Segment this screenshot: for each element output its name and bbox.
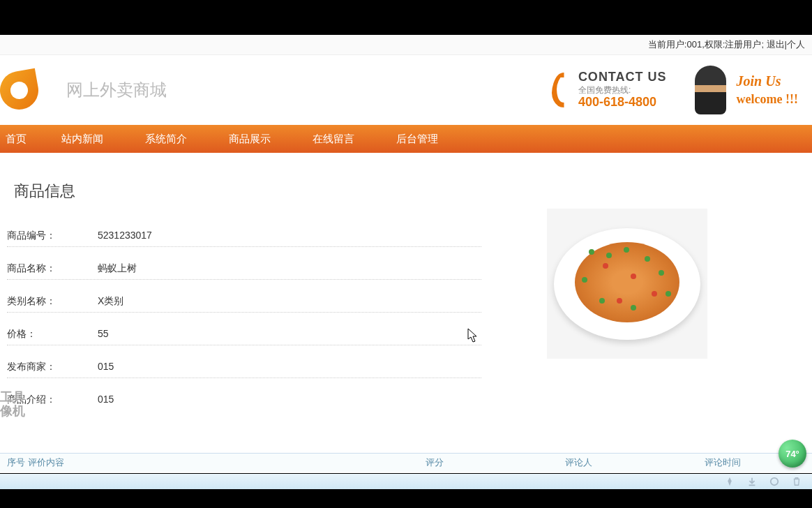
welcome-label: welcome !!! [737,91,798,108]
bottom-taskbar [0,474,812,489]
logout-link[interactable]: ; 退出 [761,39,784,50]
id-label: 商品编号： [7,230,98,242]
join-us-label: Join Us [737,71,798,91]
role-label: ,权限: [702,39,725,50]
rocket-icon[interactable] [725,477,735,486]
row-category: 类别名称： X类别 [7,295,481,313]
row-seller: 发布商家： 015 [7,361,481,378]
row-desc: 商品介绍： 015 [7,394,481,410]
trash-icon[interactable] [792,477,802,486]
contact-phone: 400-618-4800 [578,95,667,110]
row-name: 商品名称： 蚂蚁上树 [7,262,481,280]
nav-products[interactable]: 商品展示 [208,125,292,153]
section-title: 商品信息 [7,181,805,202]
site-title: 网上外卖商城 [66,79,167,101]
watermark: 工具 像机 [0,391,25,419]
personal-link[interactable]: |个人 [785,39,805,50]
category-value: X类别 [98,295,123,308]
col-content: 序号 评价内容 [7,456,426,469]
nav-guestbook[interactable]: 在线留言 [292,125,375,153]
desc-value: 015 [98,394,114,406]
nav-home[interactable]: 首页 [0,125,40,153]
avatar [695,66,726,114]
phone-icon [541,69,573,111]
contact-us-label: CONTACT US [578,70,667,85]
status-badge[interactable]: 74° [779,440,806,468]
price-value: 55 [98,328,109,341]
tools-icon[interactable] [769,477,779,486]
topbar: 当前用户:001,权限:注册用户; 退出|个人 [0,35,812,55]
role-value: 注册用户 [725,39,761,50]
contact-block: CONTACT US 全国免费热线: 400-618-4800 [541,69,667,111]
content: 商品信息 商品编号： 5231233017 商品名称： 蚂蚁上树 类别名称： X… [0,153,812,433]
download-icon[interactable] [747,477,757,486]
name-label: 商品名称： [7,262,98,275]
nav-admin[interactable]: 后台管理 [375,125,459,153]
col-score: 评分 [426,456,565,469]
current-user-label: 当前用户: [648,39,687,50]
price-label: 价格： [7,328,98,341]
nav-news[interactable]: 站内新闻 [40,125,124,153]
row-id: 商品编号： 5231233017 [7,230,481,247]
col-reviewer: 评论人 [565,456,705,469]
category-label: 类别名称： [7,295,98,308]
header: 网上外卖商城 CONTACT US 全国免费热线: 400-618-4800 J… [0,55,812,125]
current-user: 001 [686,39,702,50]
logo-icon [0,68,41,112]
join-block: Join Us welcome !!! [695,66,798,114]
main-nav: 首页 站内新闻 系统简介 商品展示 在线留言 后台管理 [0,125,812,153]
review-table-header: 序号 评价内容 评分 评论人 评论时间 [0,453,812,472]
product-image [547,209,707,359]
svg-point-0 [771,478,779,486]
id-value: 5231233017 [98,230,152,242]
seller-value: 015 [98,361,114,373]
seller-label: 发布商家： [7,361,98,373]
contact-sub-label: 全国免费热线: [578,85,667,95]
col-time: 评论时间 [705,456,741,469]
name-value: 蚂蚁上树 [98,262,137,275]
nav-about[interactable]: 系统简介 [124,125,208,153]
row-price: 价格： 55 [7,328,481,345]
